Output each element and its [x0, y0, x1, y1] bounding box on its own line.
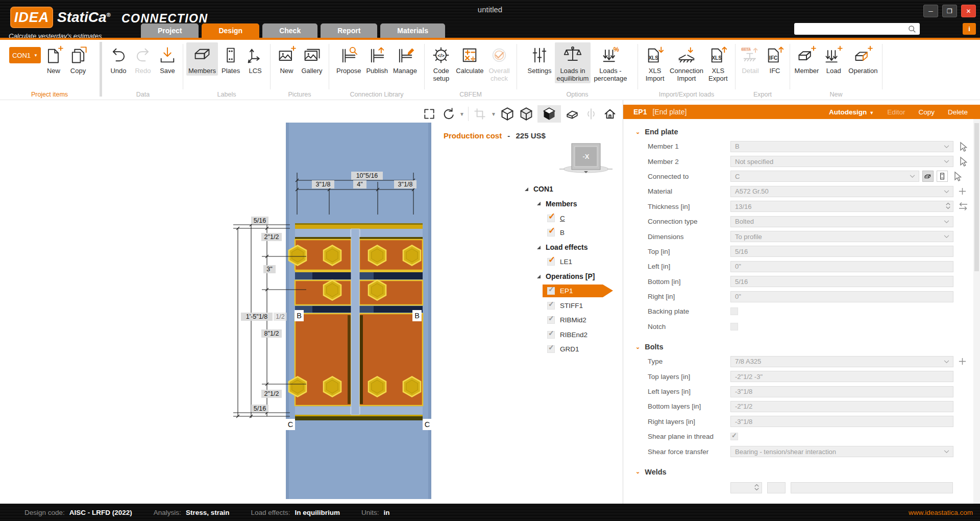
minimize-button[interactable]: ─	[923, 5, 938, 17]
checkbox-checked[interactable]	[547, 302, 555, 310]
right-input[interactable]: 0"	[730, 291, 953, 302]
collapse-triangle-icon[interactable]	[537, 275, 541, 278]
tree-item-member-b[interactable]: B	[521, 226, 626, 241]
view-cube[interactable]: -X	[559, 142, 612, 174]
checkbox-checked[interactable]	[547, 229, 555, 236]
connection-3d-model[interactable]: 10"5/16 3"1/8 4" 3"1/8 5/16 2"1/2 3" 1/2	[223, 116, 443, 503]
website-link[interactable]: www.ideastatica.com	[909, 509, 973, 516]
section-crop-button[interactable]	[472, 105, 487, 123]
info-button[interactable]: i	[963, 23, 976, 35]
tree-item-ribmid2[interactable]: RIBMid2	[521, 313, 626, 328]
tab-report[interactable]: Report	[321, 23, 377, 38]
bolt[interactable]	[289, 377, 306, 397]
ifc-export-button[interactable]: IFC IFC	[763, 42, 787, 76]
new-member-button[interactable]: Member	[793, 42, 821, 76]
plates-labels-button[interactable]: Plates	[219, 42, 242, 76]
close-button[interactable]: ✕	[961, 5, 976, 17]
tab-project[interactable]: Project	[141, 23, 199, 38]
weld-type-select[interactable]	[791, 482, 953, 493]
properties-scrollbar[interactable]	[973, 119, 980, 504]
scrollbar-thumb[interactable]	[974, 123, 979, 271]
bolt[interactable]	[369, 280, 386, 300]
loads-in-equilibrium-button[interactable]: Loads in equilibrium	[555, 42, 591, 83]
save-button[interactable]: Save	[156, 42, 179, 76]
add-bolt-icon[interactable]	[958, 357, 967, 366]
publish-button[interactable]: Publish	[364, 42, 390, 76]
bolt[interactable]	[289, 246, 306, 266]
maximize-button[interactable]: ❐	[942, 5, 957, 17]
swap-arrows-icon[interactable]	[958, 202, 968, 211]
section-end-plate[interactable]: ⌄ End plate	[635, 128, 980, 136]
connect-to-member-toggle[interactable]	[922, 171, 934, 182]
overall-check-button[interactable]: Overall check	[487, 42, 512, 83]
shear-force-transfer-select[interactable]: Bearing - tension/shear interaction	[730, 446, 953, 457]
checkbox-checked[interactable]	[547, 215, 555, 222]
copy-operation-button[interactable]: Copy	[918, 108, 935, 116]
section-cut-button[interactable]	[565, 105, 580, 123]
bolt[interactable]	[324, 246, 341, 266]
chevron-down-icon[interactable]: ▼	[491, 111, 496, 117]
bottom-layers-input[interactable]: -2"1/2	[730, 401, 953, 412]
lcs-labels-button[interactable]: LCS	[243, 42, 267, 76]
connection-type-select[interactable]: Bolted	[730, 216, 953, 227]
connection-selector[interactable]: CON1▼	[9, 47, 41, 63]
top-input[interactable]: 5/16	[730, 246, 953, 257]
right-layers-input[interactable]: -3"1/8	[730, 416, 953, 427]
tab-check[interactable]: Check	[262, 23, 317, 38]
tab-design[interactable]: Design	[202, 23, 259, 38]
bolt[interactable]	[403, 377, 421, 397]
delete-operation-button[interactable]: Delete	[948, 108, 968, 116]
new-load-button[interactable]: Load	[822, 42, 845, 76]
tree-root-con1[interactable]: CON1	[521, 182, 626, 197]
checkbox-checked[interactable]	[547, 258, 555, 266]
autodesign-button[interactable]: Autodesign▼	[829, 108, 874, 116]
collapse-triangle-icon[interactable]	[525, 187, 528, 191]
loads-percentage-button[interactable]: % Loads - percentage	[592, 42, 629, 83]
rotate-view-button[interactable]	[440, 105, 456, 123]
new-picture-button[interactable]: New	[275, 42, 298, 76]
section-bolts[interactable]: ⌄ Bolts	[635, 343, 980, 351]
wireframe-view-button[interactable]	[500, 105, 515, 123]
bolt[interactable]	[369, 246, 386, 266]
tree-item-member-c[interactable]: C	[521, 211, 626, 226]
bolt-type-select[interactable]: 7/8 A325	[730, 356, 953, 367]
checkbox-checked[interactable]	[547, 331, 555, 339]
connection-import-button[interactable]: Connection Import	[668, 42, 705, 83]
backing-plate-checkbox[interactable]	[730, 307, 738, 315]
redo-button[interactable]: Redo	[131, 42, 155, 76]
left-layers-input[interactable]: -3"1/8	[730, 386, 953, 397]
new-operation-button[interactable]: Operation	[846, 42, 879, 76]
tree-group-load-effects[interactable]: Load effects	[521, 240, 626, 255]
settings-button[interactable]: Settings	[526, 42, 554, 76]
detail-export-button[interactable]: BETA Detail	[739, 42, 762, 76]
tree-group-operations[interactable]: Operations [P]	[521, 269, 626, 284]
checkbox-checked[interactable]	[547, 316, 555, 324]
shaded-edges-view-button[interactable]	[519, 105, 534, 123]
connect-to-plate-toggle[interactable]	[937, 171, 948, 182]
gallery-button[interactable]: Gallery	[299, 42, 324, 76]
section-welds[interactable]: ⌄ Welds	[635, 468, 980, 476]
thickness-input[interactable]: 13/16	[730, 201, 953, 212]
member1-select[interactable]: B	[730, 141, 953, 152]
checkbox-checked[interactable]	[547, 287, 555, 295]
material-select[interactable]: A572 Gr.50	[730, 186, 953, 197]
chevron-down-icon[interactable]: ▼	[459, 111, 464, 117]
xls-export-button[interactable]: XLS XLS Export	[706, 42, 730, 83]
pick-cursor-icon[interactable]	[958, 156, 968, 167]
search-box[interactable]	[794, 23, 920, 35]
top-layers-input[interactable]: -2"1/2 -3"	[730, 371, 953, 382]
undo-button[interactable]: Undo	[107, 42, 130, 76]
editor-button[interactable]: Editor	[887, 108, 905, 116]
code-setup-button[interactable]: </> Code setup	[429, 42, 453, 83]
weld-size-input[interactable]	[730, 482, 762, 493]
members-labels-button[interactable]: Members	[186, 42, 218, 76]
viewer-canvas[interactable]: ▼ ▼ Production cost - 225 US$	[0, 100, 623, 504]
bolt[interactable]	[324, 377, 341, 397]
add-material-icon[interactable]	[958, 187, 967, 196]
collapse-triangle-icon[interactable]	[537, 246, 541, 249]
weld-unit-box[interactable]	[767, 482, 786, 493]
new-project-item-button[interactable]: New	[42, 42, 65, 76]
bolt[interactable]	[324, 280, 341, 300]
member2-select[interactable]: Not specified	[730, 156, 953, 167]
propose-button[interactable]: Propose	[334, 42, 363, 76]
